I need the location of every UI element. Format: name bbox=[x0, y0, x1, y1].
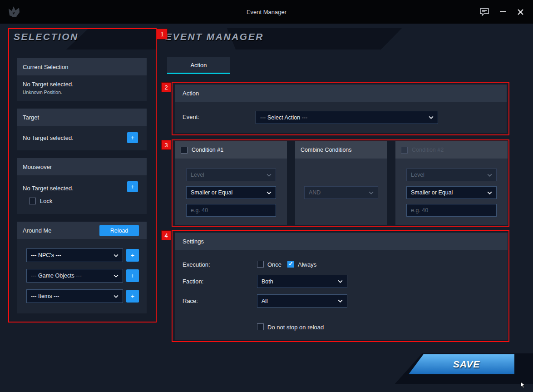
save-button[interactable]: SAVE bbox=[409, 354, 514, 374]
target-header: Target bbox=[17, 109, 147, 126]
condition1-value-input[interactable] bbox=[186, 204, 276, 217]
race-dropdown-value: All bbox=[262, 298, 268, 304]
condition2-operator-value: Smaller or Equal bbox=[411, 189, 453, 196]
game-objects-dropdown-value: --- Game Objects --- bbox=[31, 273, 82, 279]
event-dropdown[interactable]: --- Select Action --- bbox=[256, 111, 438, 124]
current-selection-header: Current Selection bbox=[17, 58, 147, 75]
chat-icon bbox=[479, 8, 489, 16]
chevron-down-icon bbox=[487, 174, 492, 177]
no-stop-on-reload-label: Do not stop on reload bbox=[267, 324, 324, 331]
condition2-value-input[interactable] bbox=[406, 204, 497, 217]
condition1-label: Condition #1 bbox=[192, 147, 223, 153]
reload-button[interactable]: Reload bbox=[99, 225, 139, 236]
game-objects-dropdown[interactable]: --- Game Objects --- bbox=[26, 269, 123, 283]
selection-banner-decoration bbox=[66, 28, 157, 50]
condition2-header: Condition #2 bbox=[395, 141, 508, 159]
tab-action[interactable]: Action bbox=[167, 57, 230, 74]
event-label: Event: bbox=[183, 114, 199, 120]
condition1-header: Condition #1 bbox=[175, 141, 287, 159]
chevron-down-icon bbox=[114, 274, 118, 278]
around-me-header: Around Me Reload bbox=[17, 222, 147, 239]
mouseover-header: Mouseover bbox=[17, 158, 147, 175]
chevron-down-icon bbox=[487, 191, 492, 194]
always-checkbox[interactable] bbox=[287, 261, 294, 268]
settings-header: Settings bbox=[175, 233, 508, 250]
combine-dropdown[interactable]: AND bbox=[304, 186, 378, 199]
no-stop-on-reload-checkbox[interactable] bbox=[257, 323, 264, 330]
chevron-down-icon bbox=[338, 299, 343, 303]
around-me-body: --- NPC's --- + --- Game Objects --- + -… bbox=[17, 239, 147, 313]
settings-body: Execution: Once Always Faction: Both Rac… bbox=[175, 250, 508, 340]
items-dropdown[interactable]: --- Items --- bbox=[26, 289, 123, 303]
annotation-label-3: 3 bbox=[161, 140, 171, 150]
feedback-button[interactable] bbox=[478, 7, 491, 17]
action-panel-body: Event: --- Select Action --- bbox=[175, 102, 507, 133]
current-selection-body: No Target selected. Unknown Position. bbox=[17, 75, 147, 101]
chevron-down-icon bbox=[429, 116, 434, 119]
condition1-body: Level Smaller or Equal bbox=[175, 159, 287, 225]
condition1-operator-dropdown[interactable]: Smaller or Equal bbox=[186, 186, 276, 199]
mouseover-body: No Target selected. + Lock bbox=[17, 175, 147, 214]
close-button[interactable] bbox=[514, 6, 527, 17]
action-panel-header: Action bbox=[175, 84, 507, 102]
condition2-operator-dropdown[interactable]: Smaller or Equal bbox=[406, 186, 497, 199]
chevron-down-icon bbox=[114, 254, 118, 257]
faction-dropdown-value: Both bbox=[262, 278, 273, 285]
window-title: Event Manager bbox=[0, 0, 533, 24]
condition1-checkbox[interactable] bbox=[181, 147, 188, 154]
annotation-label-2: 2 bbox=[161, 82, 171, 92]
annotation-label-4: 4 bbox=[161, 230, 171, 240]
condition2-checkbox[interactable] bbox=[401, 147, 408, 154]
add-game-object-button[interactable]: + bbox=[126, 269, 139, 282]
add-item-button[interactable]: + bbox=[126, 290, 139, 303]
chevron-down-icon bbox=[369, 191, 374, 194]
lock-label: Lock bbox=[40, 198, 52, 204]
condition2-label: Condition #2 bbox=[412, 147, 444, 153]
condition2-body: Level Smaller or Equal bbox=[395, 159, 508, 225]
condition1-field-dropdown[interactable]: Level bbox=[186, 169, 276, 181]
condition2-field-value: Level bbox=[411, 172, 424, 178]
npc-dropdown[interactable]: --- NPC's --- bbox=[26, 248, 123, 262]
chevron-down-icon bbox=[114, 295, 118, 298]
chevron-down-icon bbox=[266, 191, 271, 194]
lock-checkbox[interactable] bbox=[29, 198, 36, 204]
selection-heading: SELECTION bbox=[14, 31, 79, 42]
mouseover-text: No Target selected. bbox=[23, 185, 74, 192]
current-selection-position: Unknown Position. bbox=[23, 89, 62, 95]
combine-conditions-body: AND bbox=[295, 159, 387, 225]
chevron-down-icon bbox=[338, 280, 343, 283]
cursor bbox=[520, 382, 526, 388]
always-label: Always bbox=[298, 261, 316, 268]
target-body: No Target selected. + bbox=[17, 126, 147, 150]
app-window: Event Manager SELECTION EVENT MANAGER Cu… bbox=[0, 0, 533, 392]
minimize-button[interactable] bbox=[497, 6, 508, 17]
around-me-label: Around Me bbox=[23, 227, 52, 234]
event-dropdown-value: --- Select Action --- bbox=[260, 114, 307, 121]
chevron-down-icon bbox=[266, 174, 271, 177]
items-dropdown-value: --- Items --- bbox=[31, 293, 59, 299]
condition1-operator-value: Smaller or Equal bbox=[191, 189, 232, 196]
condition2-field-dropdown[interactable]: Level bbox=[406, 169, 497, 181]
faction-dropdown[interactable]: Both bbox=[257, 275, 347, 288]
combine-dropdown-value: AND bbox=[309, 189, 321, 196]
current-selection-text: No Target selected. bbox=[23, 81, 74, 88]
event-manager-heading: EVENT MANAGER bbox=[165, 31, 264, 42]
titlebar: Event Manager bbox=[0, 0, 533, 24]
race-label: Race: bbox=[183, 298, 198, 304]
add-mouseover-button[interactable]: + bbox=[127, 181, 138, 192]
execution-label: Execution: bbox=[183, 261, 210, 268]
faction-label: Faction: bbox=[183, 278, 203, 285]
once-label: Once bbox=[267, 261, 281, 268]
minimize-icon bbox=[500, 11, 506, 12]
race-dropdown[interactable]: All bbox=[257, 294, 347, 308]
add-npc-button[interactable]: + bbox=[126, 249, 139, 262]
add-target-button[interactable]: + bbox=[127, 132, 138, 143]
combine-conditions-header: Combine Conditions bbox=[295, 141, 387, 159]
npc-dropdown-value: --- NPC's --- bbox=[31, 252, 61, 258]
once-checkbox[interactable] bbox=[257, 261, 264, 268]
target-text: No Target selected. bbox=[23, 134, 74, 141]
condition1-field-value: Level bbox=[191, 172, 204, 178]
close-icon bbox=[517, 9, 524, 15]
